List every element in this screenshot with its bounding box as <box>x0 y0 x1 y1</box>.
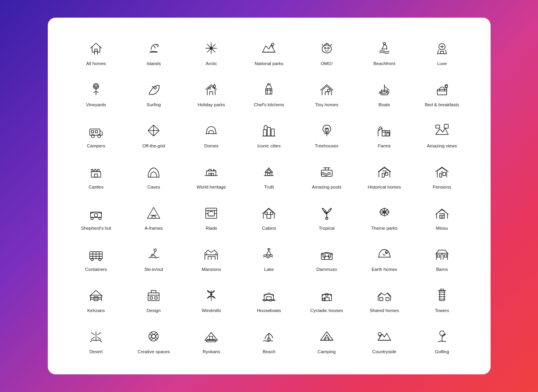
camping-label: Camping <box>318 349 336 355</box>
ski-in-out-icon <box>144 245 163 263</box>
category-item-trulli[interactable]: Trulli <box>240 157 298 194</box>
category-item-design[interactable]: Design <box>125 280 183 318</box>
countryside-label: Countryside <box>372 349 396 355</box>
category-item-kehzans[interactable]: Kehzans <box>67 280 125 318</box>
ski-in-out-label: Ski-in/out <box>144 267 163 272</box>
category-item-a-frames[interactable]: A-frames <box>125 198 183 235</box>
towers-icon <box>433 286 451 305</box>
category-item-vineyards[interactable]: Vineyards <box>67 74 125 112</box>
category-item-treehouses[interactable]: Treehouses <box>298 116 355 153</box>
category-item-domes[interactable]: Domes <box>183 116 240 153</box>
category-item-riads[interactable]: Riads <box>183 198 240 235</box>
trulli-label: Trulli <box>264 184 274 190</box>
category-item-all-homes[interactable]: All homes <box>67 33 125 71</box>
category-item-containers[interactable]: Containers <box>67 239 125 276</box>
category-item-cycladic-houses[interactable]: Cycladic houses <box>298 280 355 318</box>
category-item-omg[interactable]: OMG! <box>298 33 355 71</box>
svg-rect-42 <box>385 172 388 175</box>
containers-icon <box>87 245 105 263</box>
national-parks-label: National parks <box>255 61 284 67</box>
category-item-surfing[interactable]: Surfing <box>125 74 183 112</box>
category-item-cabins[interactable]: Cabins <box>240 198 298 235</box>
svg-point-14 <box>94 86 95 87</box>
category-item-mansions[interactable]: Mansions <box>183 239 240 276</box>
category-item-ski-in-out[interactable]: Ski-in/out <box>125 239 183 276</box>
barns-icon <box>433 245 451 263</box>
svg-point-23 <box>91 134 94 138</box>
category-item-ryokans[interactable]: Ryokans <box>183 321 240 359</box>
category-item-golfing[interactable]: Golfing <box>413 321 471 359</box>
dammuso-label: Dammuso <box>316 267 337 272</box>
iconic-cities-label: Iconic cities <box>257 143 281 149</box>
category-item-arctic[interactable]: Arctic <box>183 33 240 71</box>
desert-icon <box>87 327 105 346</box>
category-item-pensions[interactable]: Pensions <box>413 157 471 194</box>
category-item-iconic-cities[interactable]: Iconic cities <box>240 116 298 153</box>
category-item-tropical[interactable]: Tropical <box>298 198 355 235</box>
category-item-lake[interactable]: Lake <box>240 239 298 276</box>
category-item-caves[interactable]: Caves <box>125 157 183 194</box>
category-item-shepherds-hut[interactable]: Shepherd's hut <box>67 198 125 235</box>
category-item-camping[interactable]: Camping <box>298 321 355 359</box>
boats-label: Boats <box>379 102 390 108</box>
svg-rect-65 <box>323 255 325 257</box>
off-the-grid-icon <box>144 121 163 140</box>
category-item-farms[interactable]: Farms <box>355 116 413 153</box>
svg-rect-53 <box>270 212 273 214</box>
world-heritage-label: World heritage <box>197 184 226 190</box>
farms-icon <box>375 121 394 140</box>
category-item-houseboats[interactable]: Houseboats <box>240 280 298 318</box>
pensions-icon <box>433 162 451 181</box>
category-item-creative-spaces[interactable]: Creative spaces <box>125 321 183 359</box>
category-item-countryside[interactable]: Countryside <box>355 321 413 359</box>
category-item-shared-homes[interactable]: Shared homes <box>355 280 413 318</box>
category-item-boats[interactable]: Boats <box>355 74 413 112</box>
category-item-beachfront[interactable]: Beachfront <box>355 33 413 71</box>
svg-rect-43 <box>440 173 442 177</box>
camping-icon <box>317 327 336 346</box>
barns-label: Barns <box>436 267 448 272</box>
category-item-theme-parks[interactable]: Theme parks <box>355 198 413 235</box>
category-item-national-parks[interactable]: National parks <box>240 33 298 71</box>
kehzans-icon <box>87 286 105 305</box>
amazing-views-label: Amazing views <box>427 143 457 149</box>
category-item-minsu[interactable]: Minsu <box>413 198 471 235</box>
category-item-amazing-pools[interactable]: Amazing pools <box>298 157 355 194</box>
category-item-beach[interactable]: Beach <box>240 321 298 359</box>
category-item-off-the-grid[interactable]: Off-the-grid <box>125 116 183 153</box>
domes-label: Domes <box>204 143 218 149</box>
category-item-historical-homes[interactable]: Historical homes <box>355 157 413 194</box>
luxe-label: Luxe <box>437 61 447 67</box>
category-item-desert[interactable]: Desert <box>67 321 125 359</box>
category-item-campers[interactable]: Campers <box>67 116 125 153</box>
category-item-dammuso[interactable]: Dammuso <box>298 239 355 276</box>
category-item-tiny-homes[interactable]: Tiny homes <box>298 74 355 112</box>
svg-point-73 <box>210 294 212 295</box>
tiny-homes-label: Tiny homes <box>315 102 338 108</box>
svg-point-18 <box>154 87 156 89</box>
svg-rect-41 <box>382 173 384 177</box>
category-item-world-heritage[interactable]: World heritage <box>183 157 240 194</box>
svg-rect-38 <box>94 174 98 177</box>
caves-icon <box>144 162 163 181</box>
category-item-islands[interactable]: Islands <box>125 33 183 71</box>
category-item-chefs-kitchens[interactable]: Chef's kitchens <box>240 74 298 112</box>
category-item-luxe[interactable]: Luxe <box>413 33 471 71</box>
category-item-barns[interactable]: Barns <box>413 239 471 276</box>
svg-rect-36 <box>444 124 448 128</box>
category-item-windmills[interactable]: Windmills <box>183 280 240 318</box>
category-item-holiday-parks[interactable]: Holiday parks <box>183 74 240 112</box>
svg-rect-35 <box>436 125 440 128</box>
design-label: Design <box>147 308 161 314</box>
category-item-bed-breakfasts[interactable]: Bed & breakfasts <box>413 74 471 112</box>
category-item-amazing-views[interactable]: Amazing views <box>413 116 471 153</box>
svg-point-8 <box>322 45 331 53</box>
svg-rect-32 <box>271 129 274 136</box>
holiday-parks-label: Holiday parks <box>198 102 225 108</box>
category-item-earth-homes[interactable]: Earth homes <box>355 239 413 276</box>
category-item-castles[interactable]: Castles <box>67 157 125 194</box>
svg-point-82 <box>152 334 156 338</box>
category-item-towers[interactable]: Towers <box>413 280 471 318</box>
theme-parks-label: Theme parks <box>371 225 397 231</box>
svg-rect-71 <box>155 297 157 299</box>
